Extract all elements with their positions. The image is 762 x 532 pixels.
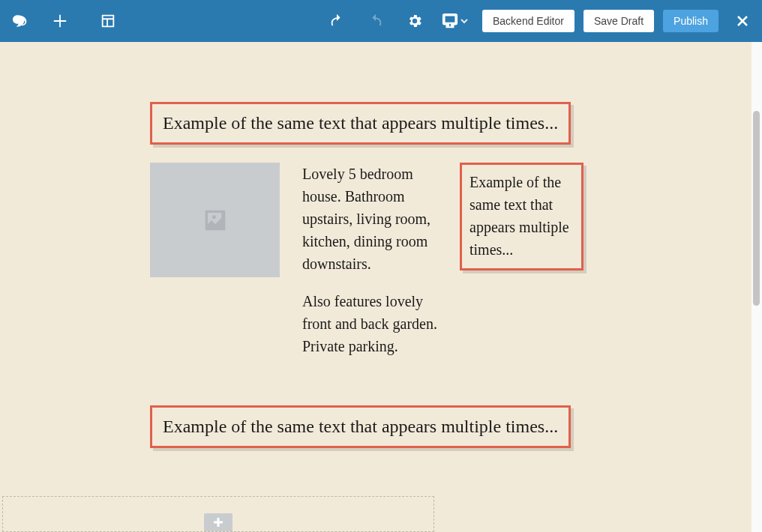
toolbar-right: Backend Editor Save Draft Publish <box>482 10 753 32</box>
undo-icon[interactable] <box>325 9 349 33</box>
add-section-button[interactable] <box>204 513 232 531</box>
add-section-zone[interactable] <box>2 496 434 532</box>
paragraph-column[interactable]: Lovely 5 bedroom house. Bathroom upstair… <box>302 163 437 372</box>
redo-icon <box>364 9 388 33</box>
chevron-down-icon <box>460 16 469 25</box>
heading-bottom-wrap: Example of the same text that appears mu… <box>150 405 612 448</box>
paragraph-2: Also features lovely front and back gard… <box>302 290 437 357</box>
heading-text-1: Example of the same text that appears mu… <box>163 112 558 135</box>
backend-editor-button[interactable]: Backend Editor <box>482 10 574 32</box>
image-placeholder[interactable] <box>150 163 280 277</box>
toolbar-left <box>9 9 120 33</box>
close-icon[interactable] <box>732 10 753 31</box>
page-content: Example of the same text that appears mu… <box>0 42 762 463</box>
heading-highlight-2[interactable]: Example of the same text that appears mu… <box>150 405 571 448</box>
image-icon <box>200 205 230 235</box>
side-text: Example of the same text that appears mu… <box>470 174 569 258</box>
settings-icon[interactable] <box>403 9 427 33</box>
vertical-scrollbar[interactable] <box>752 42 762 532</box>
logo-icon[interactable] <box>9 9 33 33</box>
save-draft-button[interactable]: Save Draft <box>584 10 654 32</box>
toolbar-center <box>120 9 482 33</box>
template-icon[interactable] <box>96 9 120 33</box>
paragraph-1: Lovely 5 bedroom house. Bathroom upstair… <box>302 163 437 275</box>
side-highlight-box[interactable]: Example of the same text that appears mu… <box>460 163 584 270</box>
editor-canvas[interactable]: Example of the same text that appears mu… <box>0 42 762 532</box>
publish-button[interactable]: Publish <box>663 10 718 32</box>
heading-text-2: Example of the same text that appears mu… <box>163 415 558 438</box>
plus-icon <box>212 516 224 528</box>
heading-highlight-1[interactable]: Example of the same text that appears mu… <box>150 102 571 145</box>
editor-toolbar: Backend Editor Save Draft Publish <box>0 0 762 42</box>
device-preview-dropdown[interactable] <box>442 13 469 29</box>
add-element-icon[interactable] <box>48 9 72 33</box>
content-row: Lovely 5 bedroom house. Bathroom upstair… <box>150 163 612 372</box>
scrollbar-thumb[interactable] <box>753 111 760 306</box>
